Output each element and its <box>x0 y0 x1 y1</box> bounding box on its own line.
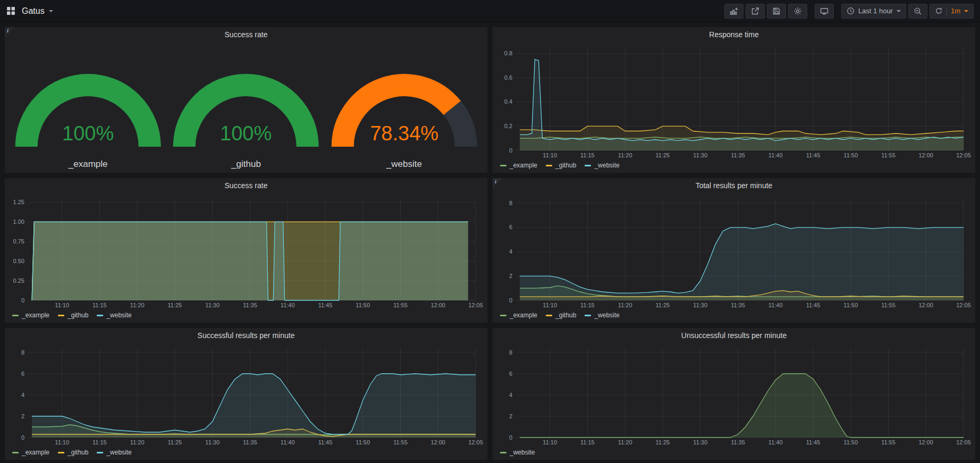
panel-info-icon[interactable]: i <box>5 27 15 37</box>
time-range-button[interactable]: Last 1 hour <box>841 4 906 19</box>
legend-item-_website[interactable]: _website <box>97 312 131 319</box>
svg-text:11:40: 11:40 <box>768 439 783 445</box>
refresh-button[interactable]: 1m <box>930 4 974 19</box>
legend-label[interactable]: _example <box>22 449 49 456</box>
svg-text:11:40: 11:40 <box>281 439 295 445</box>
legend-label[interactable]: _website <box>106 449 131 456</box>
series-paths <box>520 224 964 300</box>
gauge-value: 100% <box>62 122 114 145</box>
panel-title[interactable]: Response time <box>709 30 758 39</box>
legend-item-_github[interactable]: _github <box>546 312 576 319</box>
legend-item-_github[interactable]: _github <box>58 312 88 319</box>
legend-item-_website[interactable]: _website <box>585 162 619 169</box>
unsuccessful-results-chart[interactable]: 11:1011:1511:2011:2511:3011:3511:4011:45… <box>497 343 971 447</box>
legend-label[interactable]: _github <box>555 312 576 319</box>
legend-item-_website[interactable]: _website <box>97 449 131 456</box>
legend-label[interactable]: _example <box>510 312 537 319</box>
panel-title[interactable]: Success rate <box>225 30 268 39</box>
legend-item-_example[interactable]: _example <box>500 162 537 169</box>
series-paths <box>520 60 964 150</box>
divider <box>947 7 947 15</box>
legend-item-_example[interactable]: _example <box>500 312 537 319</box>
total-results-per-minute-canvas[interactable]: 11:1011:1511:2011:2511:3011:3511:4011:45… <box>497 193 971 310</box>
gauge-row: 100%_example100%_github78.34%_website <box>9 42 483 171</box>
svg-text:8: 8 <box>509 200 512 206</box>
legend-label[interactable]: _example <box>22 312 49 319</box>
panel-header[interactable]: Successful results per minute <box>5 328 487 343</box>
svg-text:11:35: 11:35 <box>731 439 745 445</box>
total-results-chart[interactable]: 11:1011:1511:2011:2511:3011:3511:4011:45… <box>497 193 971 310</box>
svg-text:12:05: 12:05 <box>956 302 971 308</box>
legend-label[interactable]: _example <box>510 162 537 169</box>
chevron-down-icon <box>964 10 968 12</box>
svg-text:11:20: 11:20 <box>130 302 145 308</box>
legend-item-_github[interactable]: _github <box>546 162 576 169</box>
legend-label[interactable]: _github <box>67 312 88 319</box>
apps-grid-icon[interactable] <box>6 6 15 15</box>
svg-text:6: 6 <box>21 371 24 377</box>
legend-label[interactable]: _github <box>67 449 88 456</box>
svg-text:11:15: 11:15 <box>580 302 595 308</box>
grid-lines <box>516 348 964 437</box>
svg-text:2: 2 <box>509 413 512 419</box>
svg-text:11:20: 11:20 <box>618 439 632 445</box>
svg-text:11:30: 11:30 <box>205 302 219 308</box>
gauge-value: 78.34% <box>370 122 438 145</box>
svg-text:0.2: 0.2 <box>504 123 512 129</box>
legend-item-_example[interactable]: _example <box>12 312 49 319</box>
response-time-chart[interactable]: 11:1011:1511:2011:2511:3011:3511:4011:45… <box>497 42 971 160</box>
series-color-icon <box>500 315 506 316</box>
panel-info-icon[interactable]: i <box>493 178 503 188</box>
svg-text:11:10: 11:10 <box>543 439 557 445</box>
legend-label[interactable]: _website <box>594 162 619 169</box>
panel-title[interactable]: Success rate <box>225 181 268 190</box>
success-rate-chart[interactable]: 11:1011:1511:2011:2511:3011:3511:4011:45… <box>9 193 483 310</box>
series-color-icon <box>12 452 19 453</box>
panel-header[interactable]: Success rate <box>5 27 487 42</box>
successful-results-per-minute-canvas[interactable]: 11:1011:1511:2011:2511:3011:3511:4011:45… <box>9 343 483 447</box>
svg-text:11:25: 11:25 <box>656 152 670 158</box>
legend-item-_website[interactable]: _website <box>500 449 535 456</box>
unsuccessful-results-per-minute-canvas[interactable]: 11:1011:1511:2011:2511:3011:3511:4011:45… <box>497 343 971 447</box>
success-rate-canvas[interactable]: 11:1011:1511:2011:2511:3011:3511:4011:45… <box>9 193 483 310</box>
series-color-icon <box>97 315 103 316</box>
svg-text:11:50: 11:50 <box>843 439 858 445</box>
legend-item-_website[interactable]: _website <box>585 312 619 319</box>
gauge-arc: 78.34% <box>327 43 481 158</box>
zoom-out-button[interactable] <box>908 4 927 19</box>
successful-results-chart[interactable]: 11:1011:1511:2011:2511:3011:3511:4011:45… <box>9 343 483 447</box>
save-button[interactable] <box>767 4 786 19</box>
settings-button[interactable] <box>788 4 807 19</box>
navbar: Gatus <box>0 0 980 22</box>
svg-text:11:30: 11:30 <box>693 302 707 308</box>
add-panel-icon <box>730 7 738 15</box>
svg-text:11:35: 11:35 <box>243 439 257 445</box>
dashboard-title-button[interactable]: Gatus <box>22 6 53 16</box>
svg-text:11:15: 11:15 <box>92 302 107 308</box>
svg-text:11:50: 11:50 <box>843 302 858 308</box>
response-time-canvas[interactable]: 11:1011:1511:2011:2511:3011:3511:4011:45… <box>497 42 971 160</box>
legend-label[interactable]: _website <box>106 312 131 319</box>
svg-text:11:20: 11:20 <box>618 152 632 158</box>
legend-label[interactable]: _website <box>594 312 619 319</box>
panel-title[interactable]: Total results per minute <box>696 181 773 190</box>
panel-header[interactable]: Unsuccessful results per minute <box>493 328 975 343</box>
series-paths <box>32 374 476 437</box>
legend-label[interactable]: _website <box>510 449 535 456</box>
tv-mode-button[interactable] <box>815 4 834 19</box>
panel-title[interactable]: Successful results per minute <box>198 331 295 340</box>
svg-text:1.00: 1.00 <box>13 218 24 225</box>
legend-item-_github[interactable]: _github <box>58 449 88 456</box>
svg-text:11:30: 11:30 <box>693 439 707 445</box>
series-color-icon <box>585 165 591 166</box>
panel-header[interactable]: Success rate <box>5 178 487 193</box>
panel-title[interactable]: Unsuccessful results per minute <box>681 331 787 340</box>
series-color-icon <box>500 165 506 166</box>
panel-header[interactable]: Total results per minute <box>493 178 975 193</box>
legend-item-_example[interactable]: _example <box>12 449 49 456</box>
panel-header[interactable]: Response time <box>493 27 975 42</box>
add-panel-button[interactable] <box>724 4 744 19</box>
legend-label[interactable]: _github <box>555 162 576 169</box>
panel-total-results: i Total results per minute 11:1011:1511:… <box>492 178 976 323</box>
share-button[interactable] <box>746 4 765 19</box>
